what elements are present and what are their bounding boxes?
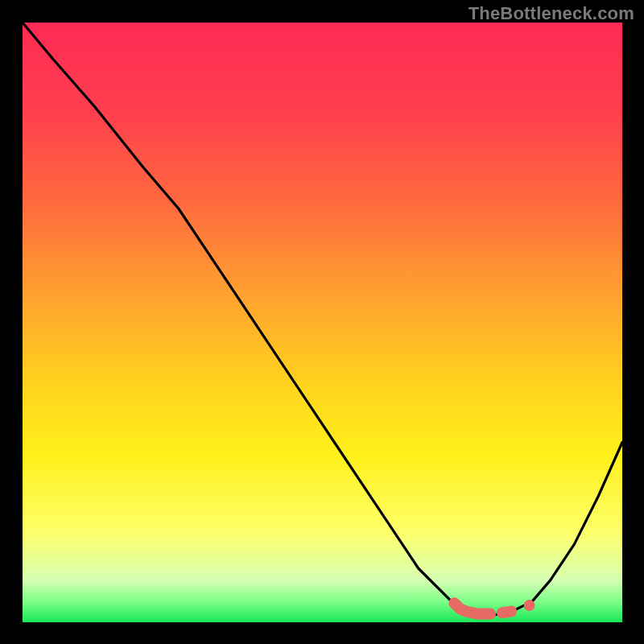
highlight-segment-1 <box>502 612 511 613</box>
chart-svg <box>0 0 644 644</box>
plot-area <box>23 23 622 622</box>
watermark-text: TheBottleneck.com <box>469 3 634 24</box>
highlight-point-0 <box>524 600 535 611</box>
chart-frame: TheBottleneck.com <box>0 0 644 644</box>
